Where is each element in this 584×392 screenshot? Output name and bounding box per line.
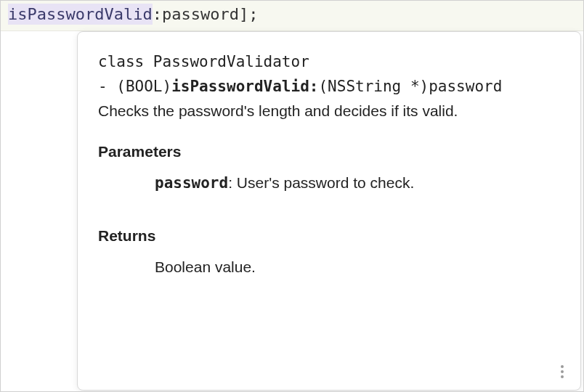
doc-signature-line: - (BOOL)isPasswordValid:(NSString *)pass… [98, 75, 560, 99]
doc-summary: Checks the password's length and decides… [98, 99, 560, 123]
class-prefix: class [98, 53, 153, 70]
parameter-row: password: User's password to check. [155, 171, 560, 195]
parameter-name: password [155, 174, 228, 192]
parameters-heading: Parameters [98, 140, 560, 163]
parameter-desc: User's password to check. [237, 174, 414, 191]
signature-method: isPasswordValid: [171, 78, 318, 95]
code-rest: :password]; [153, 5, 259, 23]
signature-rest: (NSString *)password [318, 78, 502, 95]
highlighted-method-name: isPasswordValid [8, 4, 153, 25]
returns-heading: Returns [98, 224, 560, 248]
class-name: PasswordValidator [153, 53, 309, 70]
signature-prefix: - (BOOL) [98, 78, 171, 95]
code-line[interactable]: isPasswordValid:password]; [1, 1, 583, 31]
doc-class-line: class PasswordValidator [98, 51, 560, 74]
documentation-popup: class PasswordValidator - (BOOL)isPasswo… [77, 31, 581, 391]
more-options-icon[interactable] [556, 364, 569, 380]
returns-value: Boolean value. [155, 256, 560, 279]
parameter-separator: : [228, 174, 237, 191]
